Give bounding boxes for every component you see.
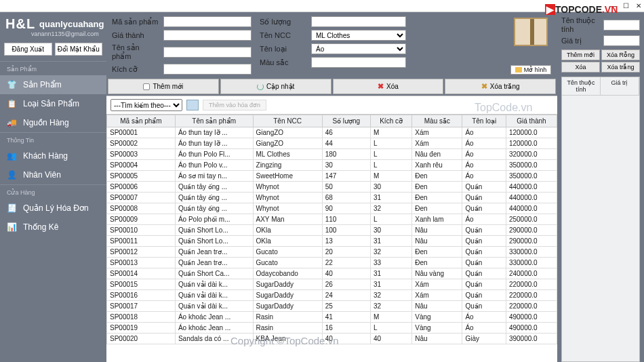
table-row[interactable]: SP00019Áo khoác Jean ...Rasin16LVàngÁo49… [107,323,557,334]
table-row[interactable]: SP00015Quần vải dài k...SugarDaddy2631Xá… [107,279,557,290]
table-row[interactable]: SP00002Áo thun tay lỡ ...GiangZO44LXámÁo… [107,138,557,149]
table-cell: 44 [322,138,370,149]
table-header[interactable]: Mã sản phẩm [107,115,176,127]
table-header[interactable]: Tên sản phẩm [175,115,253,127]
nav-suppliers[interactable]: 🚚Nguồn Hàng [0,113,106,132]
table-row[interactable]: SP00001Áo thun tay lỡ ...GiangZO46MXámÁo… [107,127,557,138]
table-cell: Quần [462,225,506,236]
sidebar: H&L quanlycuahang vanann1135@gmail.com Đ… [0,12,106,362]
table-row[interactable]: SP00012Quần Jean trơ...Gucato2032ĐenQuần… [107,247,557,258]
table-cell: Quần [462,268,506,279]
delete-button[interactable]: ✖Xóa [333,79,444,94]
table-cell: Quần [462,247,506,258]
brand-logo: H&L [5,16,35,32]
table-header[interactable]: Kích cỡ [370,115,411,127]
table-cell: 350000.0 [506,171,557,182]
table-cell: 24 [322,290,370,301]
table-cell: 32 [370,247,411,258]
table-cell: Quần [462,236,506,247]
table-cell: 25 [322,301,370,312]
input-price[interactable] [163,30,251,41]
table-row[interactable]: SP00014Quần Short Ca...Odaycobando4031Nâ… [107,268,557,279]
nav-invoices[interactable]: 🧾Quản Lý Hóa Đơn [0,199,106,218]
input-color[interactable] [311,57,406,68]
input-size[interactable] [163,64,251,75]
table-cell: SP00005 [107,171,176,182]
table-cell: Áo khoác Jean ... [175,312,253,323]
product-table-wrap[interactable]: Mã sản phẩmTên sản phẩmTên NCCSố lượngKí… [106,115,557,362]
select-supplier[interactable]: ML Clothes [311,30,406,41]
logout-button[interactable]: Đăng Xuất [4,43,52,56]
maximize-icon[interactable]: ☐ [623,2,629,9]
input-attr-name[interactable] [603,20,640,31]
table-row[interactable]: SP00009Áo Polo phối m...AXY Man110LXanh … [107,214,557,225]
table-cell: Đen [412,247,462,258]
table-cell: L [370,214,411,225]
table-cell: 46 [322,127,370,138]
table-cell: SP00020 [107,334,176,344]
table-row[interactable]: SP00011Quần Short Lo...OKla1331NâuQuần29… [107,236,557,247]
attr-empty-button[interactable]: Xóa Rỗng [601,49,640,60]
table-row[interactable]: SP00017Quần vải dài k...SugarDaddy2532Nâ… [107,301,557,312]
change-password-button[interactable]: Đổi Mật Khẩu [55,43,103,56]
table-cell: 33 [370,258,411,268]
table-header[interactable]: Tên loại [462,115,506,127]
select-type[interactable]: Áo [311,43,406,54]
attr-add-button[interactable]: Thêm mới [561,49,600,60]
table-row[interactable]: SP00010Quần Short Lo...OKla10030NâuQuần2… [107,225,557,236]
table-row[interactable]: SP00013Quần Jean trơ...Gucato2233ĐenQuần… [107,258,557,268]
update-button[interactable]: Cập nhật [220,79,331,94]
attr-clear-button[interactable]: Xóa trắng [601,62,640,73]
table-cell: Quần [462,203,506,214]
table-row[interactable]: SP00003Áo thun Polo Fl...ML Clothes180LN… [107,149,557,160]
table-cell: SP00018 [107,312,176,323]
nav-customers[interactable]: 👥Khách Hàng [0,146,106,165]
open-image-button[interactable]: Mở hình [510,65,552,75]
label-product-code: Mã sản phẩm [112,18,161,26]
table-cell: Áo thun Polo v... [175,160,253,171]
attr-delete-button[interactable]: Xóa [561,62,600,73]
table-cell: Odaycobando [253,268,322,279]
list-view-icon[interactable] [186,100,199,110]
table-header[interactable]: Số lượng [322,115,370,127]
table-cell: Quần Jean trơ... [175,247,253,258]
table-cell: 16 [322,323,370,334]
table-row[interactable]: SP00004Áo thun Polo v...Zingzing30LXanh … [107,160,557,171]
table-header[interactable]: Màu sắc [412,115,462,127]
add-to-invoice-button: Thêm vào hóa đơn [203,100,266,110]
table-cell: Quần tây ống ... [175,182,253,193]
close-icon[interactable]: ✕ [636,2,641,9]
table-cell: Xanh lam [412,214,462,225]
input-product-name[interactable] [163,47,251,58]
nav-products[interactable]: 👕Sản Phẩm [0,75,106,94]
search-by-select[interactable]: ---Tìm kiếm theo--- [110,99,182,111]
nav-product-types[interactable]: 📋Loại Sản Phẩm [0,94,106,113]
table-cell: Quần Short Ca... [175,268,253,279]
table-cell: SP00008 [107,203,176,214]
input-quantity[interactable] [311,16,406,27]
table-row[interactable]: SP00006Quần tây ống ...Whynot5030ĐenQuần… [107,182,557,193]
table-header[interactable]: Giá thành [506,115,557,127]
table-row[interactable]: SP00007Quần tây ống ...Whynot6831ĐenQuần… [107,193,557,203]
table-row[interactable]: SP00016Quần vải dài k...SugarDaddy2432Xá… [107,290,557,301]
table-header[interactable]: Tên NCC [253,115,322,127]
table-cell: Nâu [412,334,462,344]
input-attr-value[interactable] [603,35,640,46]
table-cell: 40 [370,334,411,344]
table-cell: 68 [322,193,370,203]
table-cell: 120000.0 [506,138,557,149]
table-row[interactable]: SP00005Áo sơ mi tay n...SweetHome147MĐen… [107,171,557,182]
user-icon: 👤 [7,170,18,180]
table-row[interactable]: SP00008Quần tây ống ...Whynot9032ĐenQuần… [107,203,557,214]
table-cell: 440000.0 [506,203,557,214]
add-button[interactable]: Thêm mới [108,79,219,94]
table-cell: 32 [370,290,411,301]
clear-button[interactable]: ✖Xóa trắng [445,79,556,94]
table-cell: 30 [322,160,370,171]
table-cell: 31 [370,193,411,203]
nav-stats[interactable]: 📊Thống Kê [0,218,106,237]
table-row[interactable]: SP00018Áo khoác Jean ...Rasin41MVàngÁo49… [107,312,557,323]
input-product-code[interactable] [163,16,251,27]
nav-staff[interactable]: 👤Nhân Viên [0,165,106,184]
table-cell: M [370,171,411,182]
